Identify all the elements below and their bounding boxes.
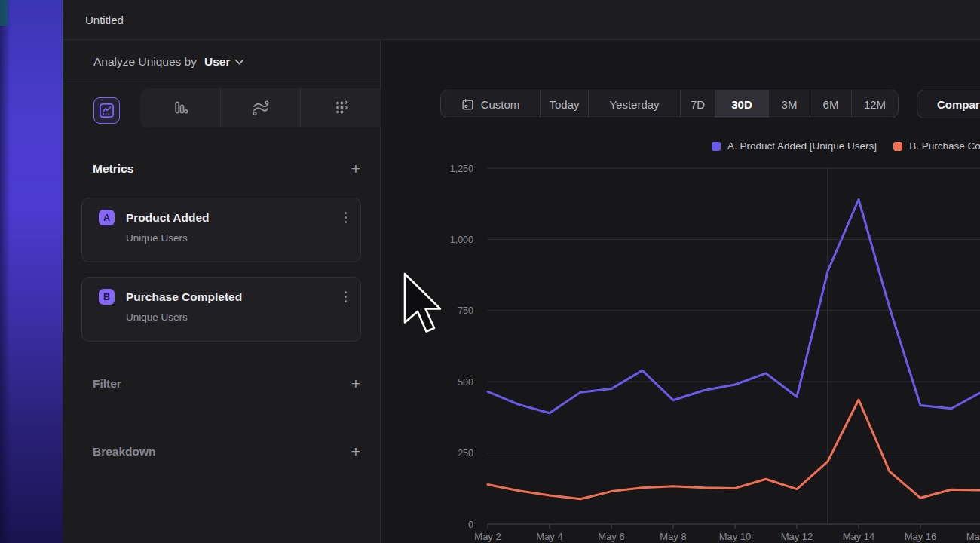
line-chart-icon: [98, 102, 115, 119]
metrics-title: Metrics: [93, 162, 133, 176]
date-range-bar: Custom Today Yesterday 7D 30D 3M 6M 12M: [440, 90, 899, 118]
sidebar: Analyze Uniques by User: [63, 40, 381, 543]
metric-subtitle: Unique Users: [126, 232, 360, 244]
legend-swatch-a: [712, 142, 721, 151]
analyze-row: Analyze Uniques by User: [63, 40, 380, 84]
legend-item-b[interactable]: B. Purchase Completed [Unique Users]: [893, 140, 980, 152]
svg-text:May 10: May 10: [719, 531, 752, 542]
add-filter-button[interactable]: +: [351, 376, 360, 391]
range-30d-button[interactable]: 30D: [715, 90, 768, 118]
range-custom-button[interactable]: Custom: [441, 90, 540, 118]
range-today-button[interactable]: Today: [540, 90, 588, 118]
tab-flow-chart[interactable]: [221, 88, 301, 127]
breakdown-title: Breakdown: [93, 445, 156, 459]
topbar: Untitled: [63, 0, 980, 40]
svg-text:May 4: May 4: [536, 531, 562, 542]
tab-bar-chart[interactable]: [140, 88, 220, 127]
metric-badge-a: A: [99, 210, 115, 225]
metric-badge-b: B: [99, 289, 115, 305]
svg-text:1,000: 1,000: [450, 235, 473, 245]
legend-label-b: B. Purchase Completed [Unique Users]: [909, 140, 980, 152]
svg-text:250: 250: [458, 448, 473, 459]
breakdown-header: Breakdown +: [93, 443, 360, 459]
metric-title: Purchase Completed: [126, 290, 341, 304]
metric-card-product-added[interactable]: A Product Added Unique Users: [81, 198, 361, 262]
range-6m-button[interactable]: 6M: [810, 90, 851, 118]
svg-text:750: 750: [458, 305, 473, 316]
chart-type-tabs: [63, 84, 380, 128]
svg-text:0: 0: [468, 520, 473, 530]
svg-text:May 14: May 14: [843, 531, 875, 542]
line-chart[interactable]: 02505007501,0001,250May 2May 4May 6May 8…: [381, 151, 980, 543]
filter-title: Filter: [93, 377, 121, 391]
range-7d-button[interactable]: 7D: [680, 90, 715, 118]
document-title: Untitled: [85, 14, 124, 26]
range-12m-button[interactable]: 12M: [851, 90, 898, 118]
app-window: Untitled Analyze Uniques by User: [0, 0, 980, 543]
analyze-entity-value: User: [204, 55, 230, 69]
tab-line-chart[interactable]: [93, 97, 120, 124]
metrics-header: Metrics +: [93, 161, 360, 176]
svg-text:500: 500: [458, 377, 473, 388]
legend-item-a[interactable]: A. Product Added [Unique Users]: [712, 140, 877, 152]
legend-swatch-b: [893, 142, 902, 151]
svg-text:May 6: May 6: [598, 531, 624, 542]
metric-title: Product Added: [126, 211, 341, 225]
filter-header: Filter +: [93, 376, 360, 391]
compare-button[interactable]: Compare: [917, 90, 980, 118]
metric-card-purchase-completed[interactable]: B Purchase Completed Unique Users: [81, 277, 361, 342]
add-metric-button[interactable]: +: [351, 161, 360, 176]
dot-grid-icon: [332, 99, 350, 117]
bar-chart-icon: [171, 99, 189, 117]
svg-text:May 2: May 2: [474, 531, 501, 542]
svg-text:May 12: May 12: [781, 531, 813, 542]
metric-options-icon[interactable]: [341, 209, 350, 226]
add-breakdown-button[interactable]: +: [351, 443, 360, 459]
calendar-icon: [461, 98, 474, 111]
svg-text:1,250: 1,250: [450, 164, 473, 174]
flow-chart-icon: [251, 98, 271, 118]
svg-text:May 16: May 16: [905, 531, 937, 542]
analyze-entity-dropdown[interactable]: User: [204, 55, 243, 69]
analyze-label: Analyze Uniques by: [93, 55, 197, 69]
range-yesterday-button[interactable]: Yesterday: [588, 90, 680, 118]
range-3m-button[interactable]: 3M: [768, 90, 810, 118]
strip-teal-accent: [0, 0, 8, 26]
chart-panel: Custom Today Yesterday 7D 30D 3M 6M 12M …: [381, 40, 980, 543]
background-gradient-strip: [0, 0, 63, 543]
metric-subtitle: Unique Users: [126, 311, 360, 323]
svg-text:May 18: May 18: [966, 531, 980, 542]
tab-retention-grid[interactable]: [301, 88, 381, 127]
chart-legend: A. Product Added [Unique Users] B. Purch…: [712, 140, 980, 152]
legend-label-a: A. Product Added [Unique Users]: [727, 140, 877, 152]
svg-text:May 8: May 8: [660, 531, 686, 542]
metric-options-icon[interactable]: [341, 288, 350, 305]
chart-type-tab-group: [140, 88, 381, 127]
chevron-down-icon: [235, 60, 243, 65]
strip-shadow: [0, 0, 11, 543]
